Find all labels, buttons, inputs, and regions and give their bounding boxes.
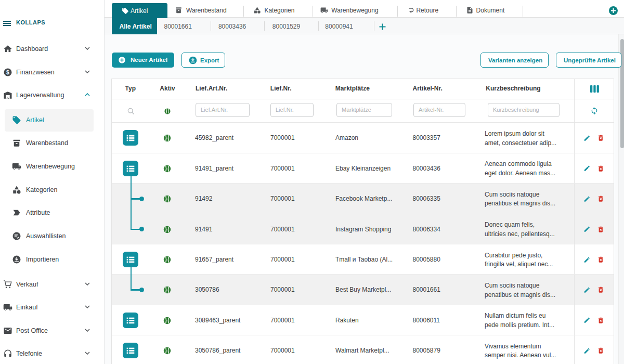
svg-text:$: $ bbox=[6, 69, 9, 75]
